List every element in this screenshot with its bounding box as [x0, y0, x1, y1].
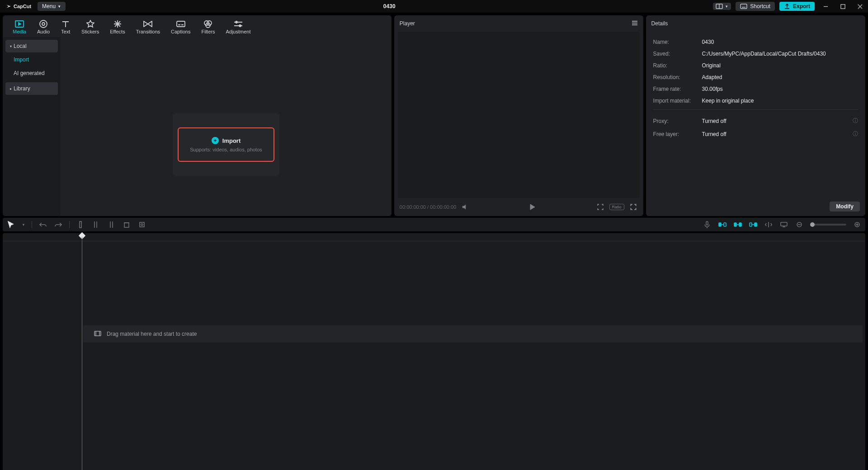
modify-button[interactable]: Modify: [830, 202, 860, 212]
import-box[interactable]: + Import Supports: videos, audios, photo…: [178, 127, 274, 162]
drop-track[interactable]: Drag material here and start to create: [83, 325, 863, 343]
media-icon: [14, 20, 24, 28]
redo-button[interactable]: [54, 221, 63, 229]
detail-label: Resolution:: [653, 74, 702, 80]
import-subtext: Supports: videos, audios, photos: [190, 147, 262, 152]
mic-icon[interactable]: [703, 221, 712, 229]
tab-adjustment[interactable]: Adjustment: [220, 18, 256, 37]
tab-captions[interactable]: Captions: [165, 18, 196, 37]
detail-label: Name:: [653, 39, 702, 45]
align-tool[interactable]: [764, 221, 773, 229]
info-icon[interactable]: ⓘ: [853, 130, 858, 138]
capcut-icon: [5, 3, 12, 9]
sidebar-item-import[interactable]: Import: [5, 53, 58, 66]
shortcut-label: Shortcut: [750, 3, 770, 9]
monitor-icon[interactable]: [779, 221, 788, 229]
title-bar: CapCut Menu ▼ 0430 ▼ Shortcut Export: [0, 0, 868, 13]
tab-media[interactable]: Media: [7, 18, 32, 37]
svg-rect-41: [750, 223, 752, 226]
tab-label: Stickers: [81, 29, 99, 34]
player-viewport: [398, 32, 640, 198]
tab-label: Text: [61, 29, 70, 34]
magnet-tool[interactable]: [718, 221, 727, 229]
undo-button[interactable]: [38, 221, 47, 229]
detail-row-freelayer: Free layer:Turned offⓘ: [653, 127, 858, 141]
detail-value: Keep in original place: [702, 98, 858, 104]
export-label: Export: [793, 3, 810, 9]
crop-tool[interactable]: [137, 221, 146, 229]
zoom-slider[interactable]: [810, 224, 846, 226]
chevron-down-icon[interactable]: ▼: [22, 223, 25, 227]
stickers-icon: [85, 20, 95, 28]
minimize-button[interactable]: [819, 1, 832, 11]
scan-icon[interactable]: [596, 202, 605, 212]
zoom-out-icon[interactable]: [795, 221, 804, 229]
clip-icon: [94, 331, 101, 338]
detail-row-framerate: Frame rate:30.00fps: [653, 83, 858, 95]
brand-text: CapCut: [14, 4, 31, 9]
ratio-toggle[interactable]: Ratio: [609, 204, 624, 210]
sidebar-item-label: Import: [14, 56, 29, 63]
delete-tool[interactable]: [122, 221, 131, 229]
import-dropzone[interactable]: + Import Supports: videos, audios, photo…: [173, 113, 279, 176]
tab-text[interactable]: Text: [55, 18, 76, 37]
timeline[interactable]: Drag material here and start to create: [3, 233, 865, 470]
sidebar-item-ai[interactable]: AI generated: [5, 67, 58, 80]
volume-icon[interactable]: [461, 202, 470, 212]
panels-row: Media Audio Text Stickers Effects Transi…: [0, 13, 868, 216]
detail-label: Import material:: [653, 98, 702, 104]
tab-label: Effects: [110, 29, 125, 34]
tab-label: Media: [13, 29, 26, 34]
media-panel: Media Audio Text Stickers Effects Transi…: [3, 15, 392, 216]
layout-switch[interactable]: ▼: [713, 3, 731, 10]
link-tool[interactable]: [733, 221, 742, 229]
details-title: Details: [651, 20, 668, 27]
export-icon: [784, 3, 790, 9]
maximize-button[interactable]: [836, 1, 849, 11]
detail-value: C:/Users/MyPC/AppData/Local/CapCut Draft…: [702, 51, 858, 57]
caret-right-icon: ▸: [10, 87, 12, 91]
shortcut-button[interactable]: Shortcut: [736, 2, 775, 11]
tab-label: Filters: [201, 29, 215, 34]
sidebar-item-local[interactable]: ▾Local: [5, 40, 58, 52]
tab-effects[interactable]: Effects: [104, 18, 130, 37]
detail-row-proxy: Proxy:Turned offⓘ: [653, 114, 858, 127]
tab-label: Audio: [37, 29, 50, 34]
zoom-in-icon[interactable]: [853, 221, 862, 229]
svg-rect-2: [741, 4, 747, 9]
trim-left-tool[interactable]: [91, 221, 100, 229]
fullscreen-icon[interactable]: [629, 202, 638, 212]
tab-audio[interactable]: Audio: [32, 18, 55, 37]
svg-rect-32: [140, 222, 144, 227]
tab-filters[interactable]: Filters: [196, 18, 220, 37]
media-sidebar: ▾Local Import AI generated ▸Library: [3, 37, 61, 216]
trim-right-tool[interactable]: [107, 221, 116, 229]
tab-transitions[interactable]: Transitions: [131, 18, 165, 37]
filters-icon: [203, 20, 213, 28]
detail-row-name: Name:0430: [653, 36, 858, 48]
svg-rect-39: [739, 223, 741, 226]
layout-icon: [716, 4, 723, 9]
plus-icon: +: [212, 137, 219, 144]
detail-value: Turned off: [702, 131, 853, 137]
split-tool[interactable]: [76, 221, 85, 229]
detail-label: Proxy:: [653, 118, 702, 124]
project-title: 0430: [66, 3, 713, 9]
export-button[interactable]: Export: [779, 2, 815, 11]
effects-icon: [113, 20, 123, 28]
tab-stickers[interactable]: Stickers: [76, 18, 104, 37]
svg-point-33: [141, 224, 143, 226]
preview-tool[interactable]: [749, 221, 758, 229]
svg-rect-30: [124, 223, 129, 227]
transitions-icon: [143, 20, 153, 28]
panel-menu-icon[interactable]: [632, 20, 638, 27]
close-button[interactable]: [854, 1, 866, 11]
menu-button[interactable]: Menu ▼: [38, 2, 66, 11]
sidebar-item-library[interactable]: ▸Library: [5, 82, 58, 95]
info-icon[interactable]: ⓘ: [853, 117, 858, 125]
timeline-toolbar: ▼: [3, 218, 865, 231]
tab-label: Transitions: [136, 29, 160, 34]
play-button[interactable]: [528, 202, 537, 212]
pointer-tool[interactable]: [6, 221, 15, 229]
ruler[interactable]: [3, 233, 865, 241]
